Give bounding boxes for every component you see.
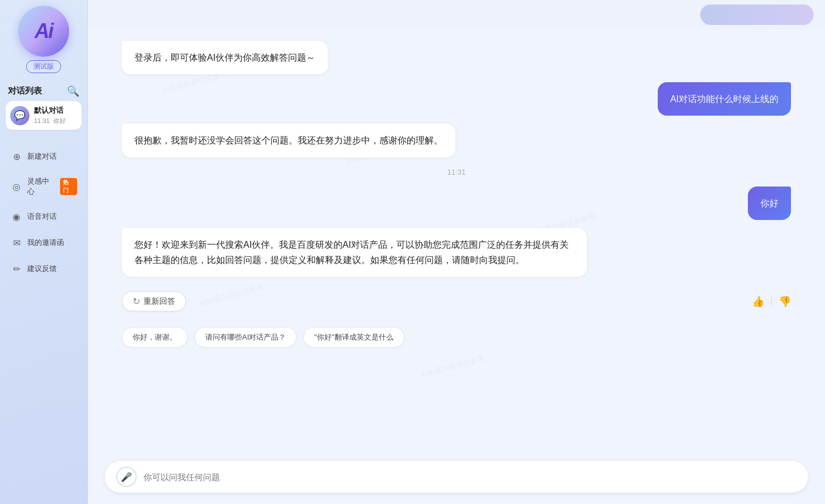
sidebar: Ai 测试版 对话列表 🔍 💬 默认对话 11:31 你好 ⊕ 新建对话 xyxy=(0,0,88,504)
lightbulb-icon: ◎ xyxy=(10,180,23,193)
suggestion-chip-3[interactable]: "你好"翻译成英文是什么 xyxy=(303,327,404,348)
logo-wrapper: Ai 测试版 xyxy=(18,6,69,73)
voice-chat-label: 语音对话 xyxy=(27,211,57,222)
mic-button[interactable]: 🎤 xyxy=(116,467,137,487)
envelope-icon: ✉ xyxy=(10,236,23,249)
sidebar-item-inspiration[interactable]: ◎ 灵感中心 热门 xyxy=(6,171,82,202)
suggestion-chip-2[interactable]: 请问有哪些AI对话产品？ xyxy=(194,327,297,348)
conversation-avatar: 💬 xyxy=(10,106,29,125)
conversation-preview: 11:31 你好 xyxy=(34,117,66,125)
hot-badge: 热门 xyxy=(60,178,77,195)
conversation-info: 默认对话 11:31 你好 xyxy=(34,105,66,125)
chat-input[interactable] xyxy=(143,472,797,482)
plus-circle-icon: ⊕ xyxy=(10,150,23,163)
invite-label: 我的邀请函 xyxy=(27,238,64,248)
top-user-bar xyxy=(88,0,825,29)
new-chat-label: 新建对话 xyxy=(27,151,57,162)
refresh-icon: ↻ xyxy=(133,296,140,307)
ai-bubble-2: 很抱歉，我暂时还没学会回答这个问题。我还在努力进步中，感谢你的理解。 xyxy=(122,124,455,157)
user-bubble-2: 你好 xyxy=(748,187,791,220)
conv-list-header: 对话列表 🔍 xyxy=(6,86,82,96)
suggestion-chip-1[interactable]: 你好，谢谢。 xyxy=(122,327,188,348)
suggestion-row: 你好，谢谢。 请问有哪些AI对话产品？ "你好"翻译成英文是什么 xyxy=(122,323,791,352)
chat-area-wrapper: AI生成内容仅供参考 AI生成内容仅供参考 AI生成内容仅供参考 AI生成内容仅… xyxy=(88,29,825,504)
sidebar-item-voice[interactable]: ◉ 语音对话 xyxy=(6,205,82,228)
message-row-4: 你好 xyxy=(122,187,791,220)
message-row-1: 登录后，即可体验AI伙伴为你高效解答问题～ xyxy=(122,41,791,74)
chat-bubble-icon: 💬 xyxy=(14,110,26,121)
message-row-5: 您好！欢迎来到新一代搜索AI伙伴。我是百度研发的AI对话产品，可以协助您完成范围… xyxy=(122,228,791,277)
message-row-2: AI对话功能什么时候上线的 xyxy=(122,82,791,116)
message-row-3: 很抱歉，我暂时还没学会回答这个问题。我还在努力进步中，感谢你的理解。 xyxy=(122,124,791,157)
logo-text: Ai xyxy=(35,19,53,43)
thumbs-up-button[interactable]: 👍 xyxy=(752,295,764,308)
sidebar-item-feedback[interactable]: ✏ 建议反馈 xyxy=(6,257,82,281)
regen-button[interactable]: ↻ 重新回答 xyxy=(122,291,186,311)
sidebar-item-invite[interactable]: ✉ 我的邀请函 xyxy=(6,231,82,255)
sidebar-menu: ⊕ 新建对话 ◎ 灵感中心 热门 ◉ 语音对话 ✉ 我的邀请函 ✏ 建议反馈 xyxy=(0,145,87,281)
conversation-name: 默认对话 xyxy=(34,105,66,116)
thumbs-down-button[interactable]: 👎 xyxy=(779,295,791,308)
conversation-list-section: 对话列表 🔍 💬 默认对话 11:31 你好 xyxy=(0,86,87,133)
input-bar: 🎤 xyxy=(105,461,808,493)
ai-bubble-1: 登录后，即可体验AI伙伴为你高效解答问题～ xyxy=(122,41,328,74)
user-bubble-1: AI对话功能什么时候上线的 xyxy=(658,82,791,116)
headphone-icon: ◉ xyxy=(10,210,23,223)
inspiration-label: 灵感中心 xyxy=(27,176,56,197)
ai-bubble-3: 您好！欢迎来到新一代搜索AI伙伴。我是百度研发的AI对话产品，可以协助您完成范围… xyxy=(122,228,587,277)
feedback-label: 建议反馈 xyxy=(27,264,57,274)
feedback-buttons: 👍 | 👎 xyxy=(752,295,791,308)
regen-label: 重新回答 xyxy=(143,297,175,307)
chat-messages: 登录后，即可体验AI伙伴为你高效解答问题～ AI对话功能什么时候上线的 很抱歉，… xyxy=(88,29,825,455)
conversation-item[interactable]: 💬 默认对话 11:31 你好 xyxy=(6,101,82,130)
user-info-blurred xyxy=(700,5,814,25)
logo-icon: Ai xyxy=(18,6,69,57)
conv-list-title: 对话列表 xyxy=(8,86,42,96)
pencil-icon: ✏ xyxy=(10,262,23,275)
search-icon[interactable]: 🔍 xyxy=(67,86,79,96)
feedback-divider: | xyxy=(770,295,773,307)
sidebar-item-new-chat[interactable]: ⊕ 新建对话 xyxy=(6,145,82,168)
action-row: ↻ 重新回答 👍 | 👎 xyxy=(122,285,791,315)
beta-badge: 测试版 xyxy=(26,60,61,73)
main-area: AI生成内容仅供参考 AI生成内容仅供参考 AI生成内容仅供参考 AI生成内容仅… xyxy=(88,0,825,504)
timestamp-1: 11:31 xyxy=(122,168,791,176)
